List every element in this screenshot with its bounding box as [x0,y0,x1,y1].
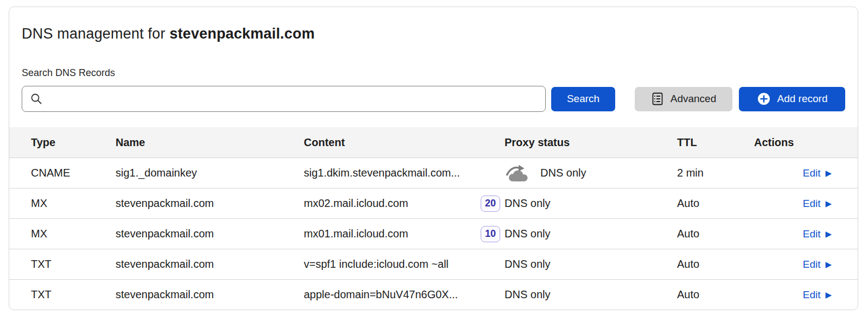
dns-records-table: Type Name Content Proxy status TTL Actio… [9,127,858,310]
search-icon [30,92,43,105]
edit-record-button[interactable]: Edit▶ [803,259,832,271]
search-input-container[interactable] [22,86,546,112]
table-row: CNAME sig1._domainkey sig1.dkim.stevenpa… [9,158,858,188]
proxy-status-label: DNS only [505,258,550,271]
record-content: v=spf1 include:icloud.com ~all [304,258,449,271]
mx-priority-badge: 20 [481,196,500,212]
caret-right-icon: ▶ [825,291,832,299]
page-title: DNS management for stevenpackmail.com [22,26,845,42]
add-record-button-label: Add record [777,93,828,105]
record-name: sig1._domainkey [116,167,304,179]
table-row: MX stevenpackmail.com mx01.mail.icloud.c… [9,218,858,249]
column-header-proxy-status: Proxy status [505,136,677,149]
record-type: MX [9,197,116,210]
record-ttl: Auto [677,197,754,210]
caret-right-icon: ▶ [825,260,832,268]
table-row: TXT stevenpackmail.com v=spf1 include:ic… [9,249,858,279]
page-title-prefix: DNS management for [22,26,169,42]
journal-list-icon [651,92,664,106]
record-content: mx01.mail.icloud.com [304,228,408,240]
record-ttl: 2 min [677,167,754,179]
record-content: mx02.mail.icloud.com [304,197,408,210]
edit-record-button[interactable]: Edit▶ [803,167,832,179]
record-name: stevenpackmail.com [116,288,304,301]
page-title-domain: stevenpackmail.com [169,26,315,42]
record-content: apple-domain=bNuV47n6G0X... [304,288,458,301]
column-header-content: Content [304,136,505,149]
mx-priority-badge: 10 [481,226,500,242]
advanced-button[interactable]: Advanced [635,87,732,111]
table-body: CNAME sig1._domainkey sig1.dkim.stevenpa… [9,158,858,310]
table-row: MX stevenpackmail.com mx02.mail.icloud.c… [9,188,858,218]
search-toolbar: Search Advanced [22,86,845,112]
record-ttl: Auto [677,258,754,271]
record-ttl: Auto [677,228,754,240]
edit-record-button[interactable]: Edit▶ [803,289,832,301]
plus-circle-icon [757,92,771,106]
proxy-status-cell: DNS only [505,164,677,183]
column-header-actions: Actions [754,136,858,149]
record-content: sig1.dkim.stevenpackmail.com... [304,167,460,179]
table-row: TXT stevenpackmail.com apple-domain=bNuV… [9,279,858,310]
dns-only-cloud-icon [505,164,529,183]
record-name: stevenpackmail.com [116,258,304,271]
proxy-status-label: DNS only [540,167,586,179]
dns-management-card: DNS management for stevenpackmail.com Se… [9,7,858,310]
caret-right-icon: ▶ [825,169,832,177]
table-header-row: Type Name Content Proxy status TTL Actio… [9,127,858,158]
edit-record-button[interactable]: Edit▶ [803,228,832,240]
search-input[interactable] [48,93,538,105]
record-name: stevenpackmail.com [116,228,304,240]
record-type: TXT [9,258,116,271]
column-header-ttl: TTL [677,136,754,149]
card-top-section: DNS management for stevenpackmail.com Se… [9,7,858,112]
search-label: Search DNS Records [22,67,845,79]
proxy-status-label: DNS only [505,197,550,210]
column-header-name: Name [116,136,304,149]
proxy-status-label: DNS only [505,228,550,240]
record-ttl: Auto [677,288,754,301]
column-header-type: Type [9,136,116,149]
search-button[interactable]: Search [551,87,615,111]
record-name: stevenpackmail.com [116,197,304,210]
caret-right-icon: ▶ [825,199,832,207]
add-record-button[interactable]: Add record [739,87,845,111]
record-type: MX [9,228,116,240]
edit-record-button[interactable]: Edit▶ [803,198,832,210]
advanced-button-label: Advanced [671,93,717,105]
caret-right-icon: ▶ [825,230,832,238]
record-type: TXT [9,288,116,301]
proxy-status-label: DNS only [505,288,550,301]
record-type: CNAME [9,167,116,179]
